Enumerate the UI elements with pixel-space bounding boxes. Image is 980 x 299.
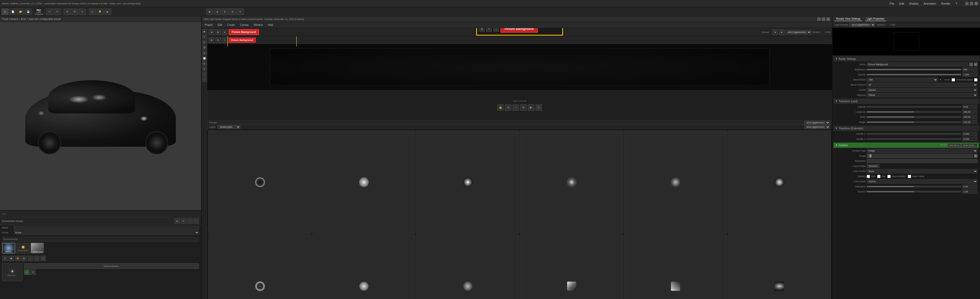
lc-btn-play[interactable]: ▶ bbox=[528, 104, 535, 111]
light-item-10[interactable] bbox=[520, 234, 623, 299]
light-item-9[interactable] bbox=[416, 234, 519, 299]
tool-select[interactable]: ► bbox=[2, 8, 9, 15]
hdr-tool-4[interactable]: ⊗ bbox=[229, 8, 236, 15]
maximize-btn[interactable]: □ bbox=[970, 2, 974, 5]
hdr-nav-btn-1[interactable]: ◄ bbox=[209, 29, 215, 35]
env-thumb-marble[interactable]: marble plaza bbox=[30, 243, 44, 254]
hdr-tool-5[interactable]: ✦ bbox=[237, 8, 244, 15]
blend-channel-select[interactable]: All bbox=[867, 83, 977, 87]
master-step-blend-btn[interactable]: Step Blend bbox=[948, 144, 961, 147]
hdr-menu-canvas[interactable]: Canvas bbox=[239, 23, 250, 27]
content-header[interactable]: ▼ Content Master Step Blend Alpha-Multip… bbox=[834, 142, 979, 148]
hdr-sidebar-btn-1[interactable]: ◉ bbox=[202, 29, 207, 34]
close-btn[interactable]: ✕ bbox=[974, 2, 978, 5]
saturation-input[interactable] bbox=[962, 184, 977, 189]
env-btn-3[interactable]: 🔆 bbox=[15, 256, 21, 261]
longitude-input[interactable] bbox=[962, 110, 977, 114]
solve-btn-check[interactable]: ✓ bbox=[24, 269, 30, 275]
hdr-close[interactable]: ✕ bbox=[826, 18, 830, 21]
lc-btn-stop[interactable]: ⬛ bbox=[535, 104, 542, 111]
hdr-tool-1[interactable]: ◉ bbox=[206, 8, 213, 15]
light-list-picture-bg-btn[interactable]: Picture Background bbox=[229, 38, 256, 43]
hdr-nav-btn-2[interactable]: ► bbox=[215, 29, 221, 35]
presets-monitor-select[interactable]: a618 (glgMonitor) bbox=[804, 121, 830, 125]
width-input[interactable] bbox=[962, 115, 977, 119]
height-slider[interactable] bbox=[867, 122, 961, 123]
solve-env-thumb[interactable]: ☀ HDRI Envi... bbox=[2, 263, 22, 281]
tool-rotate[interactable]: ⟳ bbox=[71, 8, 78, 15]
light-item-6[interactable] bbox=[728, 130, 831, 234]
height-input[interactable] bbox=[962, 120, 977, 124]
resolution-input[interactable] bbox=[867, 159, 977, 163]
light-item-2[interactable] bbox=[312, 130, 415, 234]
saturation-slider[interactable] bbox=[867, 186, 961, 187]
canvas-monitor-select[interactable]: a618 (glgMonitor) bbox=[786, 30, 811, 35]
raster-settings-header[interactable]: ▼ Raster Settings bbox=[834, 56, 979, 61]
transform-header[interactable]: ▼ Transform (Lard) bbox=[834, 99, 979, 104]
name-prop-input[interactable] bbox=[867, 62, 968, 66]
env-icon-1[interactable]: ⊕ bbox=[174, 218, 180, 224]
3d-viewport[interactable] bbox=[0, 22, 201, 210]
env-btn-6[interactable]: ↔ bbox=[34, 256, 40, 261]
preserve-alpha-checkbox[interactable] bbox=[974, 78, 977, 82]
color-profile-select[interactable]: linear bbox=[867, 169, 977, 173]
content-type-select[interactable]: Image bbox=[867, 149, 977, 153]
option-flip-cb[interactable] bbox=[877, 175, 880, 178]
menu-display[interactable]: Display bbox=[908, 2, 920, 6]
lights-dropdown[interactable]: StudioLights bbox=[218, 125, 240, 129]
tab-render-view[interactable]: Render View Settings bbox=[835, 17, 862, 21]
hdr-sidebar-btn-4[interactable]: 🔆 bbox=[202, 45, 207, 50]
env-btn-5[interactable]: ↕ bbox=[27, 256, 33, 261]
lc-btn-lock[interactable]: 🔒 bbox=[497, 104, 504, 111]
lc-btn-rotate[interactable]: ⟳ bbox=[520, 104, 527, 111]
light-item-7[interactable] bbox=[208, 234, 312, 299]
cookie-select[interactable]: Square bbox=[867, 88, 977, 92]
tool-move[interactable]: ✛ bbox=[64, 8, 71, 15]
name-prop-btn2[interactable]: ✕ bbox=[974, 62, 977, 66]
option-unpremultiply-cb[interactable] bbox=[887, 175, 891, 178]
tool-render-btn[interactable]: ▶ bbox=[104, 8, 111, 15]
invert-checkbox[interactable] bbox=[952, 78, 955, 82]
brightness-input[interactable] bbox=[962, 67, 977, 72]
handle-v-slider[interactable] bbox=[867, 138, 961, 140]
light-item-8[interactable] bbox=[312, 234, 415, 299]
hdr-sidebar-btn-5[interactable]: ◈ bbox=[202, 51, 207, 55]
opacity-slider[interactable] bbox=[867, 74, 961, 75]
hdr-canvas-viewport[interactable] bbox=[207, 44, 832, 90]
hdr-minimize[interactable]: – bbox=[817, 18, 821, 21]
ll-btn-1[interactable]: ⊕ bbox=[209, 37, 215, 43]
light-item-4[interactable] bbox=[520, 130, 623, 234]
hdr-tool-3[interactable]: ⊕ bbox=[221, 8, 228, 15]
hdr-nav-btn-3[interactable]: ● bbox=[222, 29, 228, 35]
option-invert-cb[interactable] bbox=[908, 175, 911, 178]
mapping-select[interactable]: Planar bbox=[867, 93, 977, 97]
menu-animation[interactable]: Animation bbox=[923, 2, 937, 6]
latitude-slider[interactable] bbox=[867, 106, 961, 107]
env-thumb-sun[interactable]: ☀️ Environment bbox=[16, 243, 30, 254]
tool-camera[interactable]: 🎥 bbox=[89, 8, 96, 15]
canvas-nav-2[interactable]: ► bbox=[779, 29, 784, 35]
hdr-menu-window[interactable]: Window bbox=[253, 23, 264, 27]
brightness-slider[interactable] bbox=[867, 69, 961, 70]
hdr-menu-edit[interactable]: Edit bbox=[217, 23, 223, 27]
name-input[interactable] bbox=[14, 225, 199, 230]
light-item-11[interactable] bbox=[624, 234, 727, 299]
hdr-sidebar-btn-2[interactable]: ≡ bbox=[202, 35, 207, 39]
group-select[interactable]: Group bbox=[14, 230, 199, 235]
hdr-sidebar-btn-8[interactable]: ✕ bbox=[202, 67, 207, 71]
hdr-sidebar-btn-7[interactable]: ⚙ bbox=[202, 61, 207, 66]
light-item-5[interactable] bbox=[624, 130, 727, 234]
master-alpha-btn[interactable]: Alpha-Multip... bbox=[962, 144, 977, 147]
aspect-restore-btn[interactable]: Restore bbox=[867, 164, 880, 168]
image-settings-btn[interactable]: ⚙ bbox=[974, 154, 977, 158]
tab-light-properties[interactable]: Light Properties bbox=[865, 17, 886, 21]
gamma-slider[interactable] bbox=[867, 191, 961, 192]
color-mode-select[interactable]: Source bbox=[867, 179, 977, 184]
tool-save[interactable]: 💾 bbox=[24, 8, 32, 15]
hdr-sidebar-btn-10[interactable]: ↔ bbox=[202, 77, 207, 82]
handle-v-input[interactable] bbox=[962, 137, 977, 141]
canvas-nav-1[interactable]: ◄ bbox=[772, 29, 778, 35]
picture-background-btn[interactable]: Picture Background bbox=[229, 29, 259, 35]
minimize-btn[interactable]: – bbox=[965, 2, 969, 5]
snapshot-btn[interactable]: 📷 Snapshot bbox=[35, 8, 43, 15]
